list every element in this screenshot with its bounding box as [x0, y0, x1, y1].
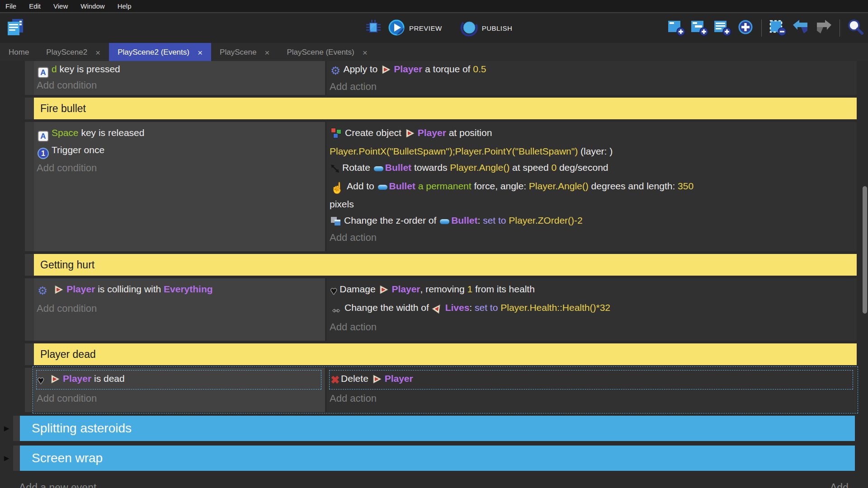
event-body: Ad key is pressedAdd condition⚙Apply to …	[34, 61, 857, 95]
group-row: ▶Splitting asteroids	[0, 416, 868, 441]
tab-playscene2[interactable]: PlayScene2×	[38, 43, 109, 62]
undo-icon[interactable]	[791, 18, 810, 38]
action[interactable]: ↔Change the width of Lives: set to Playe…	[330, 300, 853, 318]
token: (layer: )	[578, 146, 613, 156]
delete-icon: ✖	[330, 372, 340, 388]
tab-playscene-events[interactable]: PlayScene (Events)×	[278, 43, 376, 62]
group-handle[interactable]	[13, 446, 20, 471]
action[interactable]: ✖Delete Player	[330, 371, 853, 389]
menu-file[interactable]: File	[5, 2, 16, 10]
add-condition-button[interactable]: Add condition	[37, 78, 321, 93]
event-handle[interactable]	[25, 368, 34, 412]
group-title[interactable]: Screen wrap	[20, 446, 855, 471]
group-row: ▶Screen wrap	[0, 446, 868, 471]
token: key is pressed	[57, 64, 120, 74]
token: Player	[418, 127, 446, 138]
comment-text[interactable]: Fire bullet	[34, 98, 857, 119]
comment-handle[interactable]	[25, 254, 34, 276]
condition[interactable]: ⚙ Player is colliding with Everything	[37, 281, 321, 300]
preview-label: PREVIEW	[409, 24, 442, 32]
token: 0.5	[473, 64, 486, 74]
condition-list: ⚙ Player is colliding with Everything	[37, 281, 321, 300]
token: d	[52, 64, 57, 74]
keyboard-key-icon: A	[38, 67, 49, 78]
condition[interactable]: Ad key is pressed	[37, 61, 321, 78]
add-subevent-icon[interactable]	[690, 18, 709, 38]
add-new-event-button[interactable]: Add a new event	[19, 482, 96, 488]
search-icon[interactable]	[846, 18, 864, 38]
condition[interactable]: ASpace key is released	[37, 125, 321, 142]
action-list: Create object Player at positionPlayer.P…	[330, 125, 853, 229]
tab-playscene[interactable]: PlayScene×	[211, 43, 278, 62]
action[interactable]: Player.PointX("BulletSpawn");Player.Poin…	[330, 143, 853, 160]
vertical-scrollbar[interactable]	[863, 186, 867, 314]
event-handle[interactable]	[25, 278, 34, 341]
condition[interactable]: 1Trigger once	[37, 142, 321, 159]
debugger-icon[interactable]	[364, 18, 383, 38]
comment-handle[interactable]	[25, 98, 34, 119]
redo-icon[interactable]	[814, 18, 833, 38]
token: Lives	[445, 302, 470, 313]
left-margin	[0, 122, 25, 251]
add-action-button[interactable]: Add action	[330, 389, 853, 408]
add-action-button[interactable]: Add action	[330, 80, 853, 94]
delete-selection-icon[interactable]	[768, 18, 787, 38]
action[interactable]: Change the z-order of Bullet: set to Pla…	[330, 212, 853, 229]
action[interactable]: ⚙Apply to Player a torque of 0.5	[330, 61, 853, 80]
tab-close-icon[interactable]: ×	[198, 48, 203, 57]
menu-edit[interactable]: Edit	[29, 2, 41, 10]
group-title[interactable]: Splitting asteroids	[20, 416, 855, 441]
token: towards	[411, 162, 450, 173]
tab-label: PlayScene2	[46, 48, 87, 57]
add-action-button[interactable]: Add action	[330, 318, 853, 336]
action[interactable]: Create object Player at position	[330, 125, 853, 143]
group-handle[interactable]	[13, 416, 20, 441]
token: Add to	[347, 181, 377, 191]
add-condition-button[interactable]: Add condition	[37, 389, 321, 408]
token: Player	[66, 284, 95, 294]
preview-button[interactable]: PREVIEW	[387, 19, 442, 38]
health-heart-icon: ♥	[38, 372, 44, 389]
menu-window[interactable]: Window	[80, 2, 104, 10]
event-handle[interactable]	[25, 61, 34, 95]
add-condition-button[interactable]: Add condition	[37, 300, 321, 318]
group-collapse-arrow-icon[interactable]: ▶	[0, 446, 13, 471]
condition[interactable]: ♥ Player is dead	[37, 371, 321, 389]
add-more-button[interactable]: Add...	[830, 482, 857, 488]
menu-help[interactable]: Help	[118, 2, 132, 10]
tab-close-icon[interactable]: ×	[363, 48, 368, 57]
action[interactable]: ♥Damage Player, removing 1 from its heal…	[330, 281, 853, 300]
token: Apply to	[343, 64, 380, 74]
add-more-icon[interactable]	[736, 18, 755, 38]
add-action-button[interactable]: Add action	[330, 229, 853, 247]
token: is colliding with	[95, 284, 164, 294]
action[interactable]: pixels	[330, 196, 853, 212]
comment-text[interactable]: Player dead	[34, 343, 857, 365]
event-handle[interactable]	[25, 122, 34, 251]
token: 350	[678, 181, 693, 191]
menu-view[interactable]: View	[53, 2, 68, 10]
token	[50, 284, 53, 294]
add-comment-icon[interactable]	[713, 18, 732, 38]
player-ship-icon	[379, 283, 389, 300]
comment-handle[interactable]	[25, 343, 34, 365]
group-collapse-arrow-icon[interactable]: ▶	[0, 416, 13, 441]
add-condition-button[interactable]: Add condition	[37, 159, 321, 177]
token: force, angle:	[472, 181, 529, 191]
add-event-icon[interactable]	[667, 18, 686, 38]
tab-close-icon[interactable]: ×	[95, 48, 100, 57]
tab-home[interactable]: Home	[0, 43, 38, 62]
left-margin	[0, 343, 25, 365]
tab-close-icon[interactable]: ×	[264, 48, 269, 57]
app-logo-icon[interactable]	[5, 17, 26, 40]
action[interactable]: ☝Add to Bullet a permanent force, angle:…	[330, 178, 853, 196]
comment-text[interactable]: Getting hurt	[34, 254, 857, 276]
token: Player.PointX("BulletSpawn");Player.Poin…	[330, 146, 578, 156]
tab-playscene2-events[interactable]: PlayScene2 (Events)×	[109, 43, 211, 62]
action[interactable]: Rotate Bullet towards Player.Angle() at …	[330, 160, 853, 178]
preview-play-icon	[387, 19, 406, 38]
toolbar-separator	[761, 19, 762, 37]
event-body: ♥ Player is deadAdd condition✖Delete Pla…	[34, 368, 857, 412]
publish-button[interactable]: PUBLISH	[460, 19, 513, 38]
token: deg/second	[557, 162, 608, 173]
